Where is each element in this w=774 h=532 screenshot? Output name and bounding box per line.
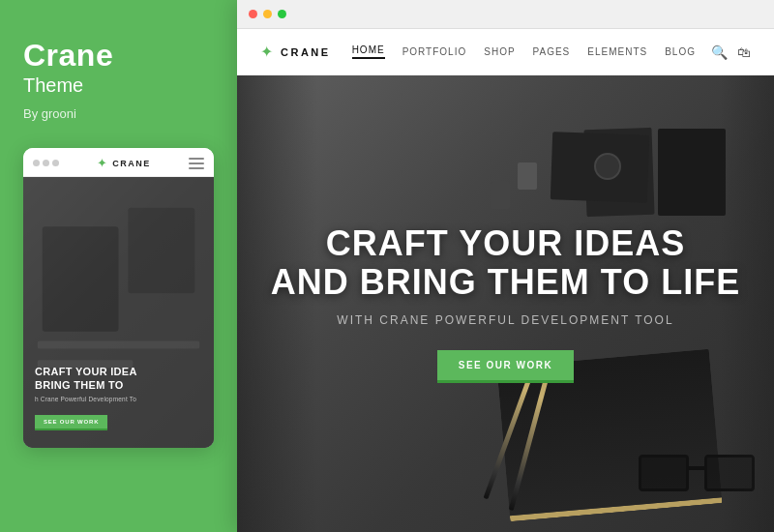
mobile-hero: CRAFT YOUR IDEA BRING THEM TO h Crane Po…: [23, 177, 214, 448]
menu-line-3: [189, 167, 204, 169]
glasses-lens-right: [704, 455, 755, 491]
mobile-cta-button[interactable]: SEE OUR WORK: [35, 415, 107, 430]
glasses-bridge: [689, 466, 704, 470]
nav-logo-text: CRANE: [281, 46, 331, 58]
search-icon[interactable]: 🔍: [711, 44, 728, 60]
stationery-glasses: [639, 455, 755, 503]
mobile-hero-title: CRAFT YOUR IDEA BRING THEM TO: [35, 365, 202, 393]
mobile-menu-icon[interactable]: [189, 158, 204, 169]
mobile-logo-icon: ✦: [97, 156, 107, 170]
nav-logo: ✦ CRANE: [260, 43, 331, 61]
mobile-hero-content: CRAFT YOUR IDEA BRING THEM TO h Crane Po…: [35, 365, 202, 431]
browser-dot-minimize: [263, 10, 272, 18]
nav-menu: HOME PORTFOLIO SHOP PAGES ELEMENTS BLOG: [352, 44, 696, 59]
mobile-dot-3: [52, 160, 59, 166]
nav-item-elements[interactable]: ELEMENTS: [587, 46, 647, 57]
nav-item-home[interactable]: HOME: [352, 44, 385, 59]
theme-label: Theme: [23, 74, 214, 97]
stationery-notebook-sm1: [658, 129, 726, 216]
mobile-dot-2: [43, 160, 49, 166]
mobile-preview-card: ✦ CRANE CRAFT YOUR IDEA BRING THEM TO h …: [23, 148, 214, 448]
theme-author: By grooni: [23, 106, 214, 121]
stationery-clip-1: [491, 182, 510, 209]
hero-title: CRAFT YOUR IDEAS AND BRING THEM TO LIFE: [271, 224, 740, 301]
nav-item-pages[interactable]: PAGES: [533, 46, 571, 57]
glasses-frame: [639, 455, 755, 493]
nav-icons: 🔍 🛍: [711, 44, 751, 60]
mobile-hero-subtitle: h Crane Powerful Development To: [35, 396, 202, 402]
hero-subtitle: With Crane Powerful Development Tool: [337, 313, 673, 327]
nav-item-shop[interactable]: SHOP: [484, 46, 515, 57]
mobile-logo: ✦ CRANE: [97, 156, 151, 170]
stationery-clip-2: [518, 163, 537, 190]
hero-text-content: CRAFT YOUR IDEAS AND BRING THEM TO LIFE …: [271, 224, 740, 382]
nav-item-blog[interactable]: BLOG: [665, 46, 696, 57]
desktop-preview: ✦ CRANE HOME PORTFOLIO SHOP PAGES ELEMEN…: [237, 0, 774, 532]
cart-icon[interactable]: 🛍: [737, 44, 751, 60]
website-hero: CRAFT YOUR IDEAS AND BRING THEM TO LIFE …: [237, 75, 774, 532]
hero-cta-button[interactable]: SEE OUR WORK: [437, 350, 574, 383]
theme-name: Crane: [23, 39, 214, 73]
browser-dot-close: [249, 10, 257, 18]
glasses-lens-left: [639, 455, 689, 491]
website-nav: ✦ CRANE HOME PORTFOLIO SHOP PAGES ELEMEN…: [237, 29, 774, 75]
menu-line-1: [189, 158, 204, 160]
mobile-dot-1: [33, 160, 40, 166]
sidebar: Crane Theme By grooni ✦ CRANE: [0, 0, 237, 532]
mobile-dots: [33, 160, 59, 166]
nav-logo-icon: ✦: [260, 43, 273, 61]
mobile-logo-text: CRANE: [112, 159, 151, 168]
mobile-browser-bar: ✦ CRANE: [23, 148, 214, 177]
browser-dot-maximize: [278, 10, 286, 18]
menu-line-2: [189, 163, 204, 164]
stationery-seal: [594, 153, 621, 180]
nav-item-portfolio[interactable]: PORTFOLIO: [402, 46, 467, 57]
website-content: ✦ CRANE HOME PORTFOLIO SHOP PAGES ELEMEN…: [237, 29, 774, 532]
browser-chrome: [237, 0, 774, 29]
